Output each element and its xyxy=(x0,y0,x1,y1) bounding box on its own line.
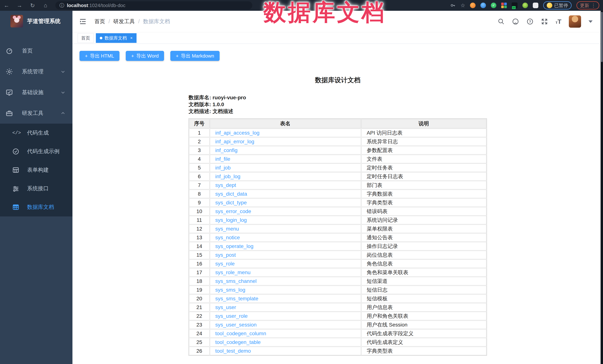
sidebar-item-system-api[interactable]: 系统接口 xyxy=(0,179,72,198)
paused-extension-pill[interactable]: 已暂停 xyxy=(543,1,572,10)
browser-forward-icon[interactable]: → xyxy=(13,2,26,9)
extension-on-badge-icon[interactable]: on xyxy=(512,2,518,8)
browser-update-button[interactable]: 更新 ⋮ xyxy=(576,1,599,10)
table-name-link[interactable]: sys_user xyxy=(215,304,236,310)
table-row: 12sys_menu菜单权限表 xyxy=(189,225,486,233)
password-key-icon[interactable] xyxy=(450,3,456,8)
bookmark-star-icon[interactable]: ☆ xyxy=(461,2,465,9)
page-scrollbar[interactable] xyxy=(601,11,603,364)
export-html-button[interactable]: + 导出 HTML xyxy=(80,51,119,61)
sidebar: 芋道管理系统 首页 系统管理 基础设施 研发工具 xyxy=(0,11,72,364)
row-table-name: inf_config xyxy=(210,146,361,154)
extension-grid-icon[interactable] xyxy=(501,3,507,8)
breadcrumb-home[interactable]: 首页 xyxy=(94,18,105,25)
github-icon[interactable] xyxy=(512,18,519,25)
app-logo-row[interactable]: 芋道管理系统 xyxy=(0,11,72,32)
row-number: 2 xyxy=(189,137,209,146)
sidebar-item-home[interactable]: 首页 xyxy=(0,41,72,61)
shield-check-icon xyxy=(12,148,23,155)
table-name-link[interactable]: sys_notice xyxy=(215,235,240,240)
table-name-link[interactable]: sys_role xyxy=(215,261,235,266)
row-table-name: inf_api_access_log xyxy=(210,129,361,137)
table-name-link[interactable]: sys_sms_log xyxy=(215,287,245,293)
row-table-name: tool_test_demo xyxy=(210,347,361,355)
row-table-name: sys_operate_log xyxy=(210,242,361,250)
table-row: 2inf_api_error_log系统异常日志 xyxy=(189,137,486,146)
sidebar-item-codegen-demo[interactable]: 代码生成示例 xyxy=(0,142,72,161)
table-name-link[interactable]: sys_sms_channel xyxy=(215,278,257,284)
font-size-icon[interactable]: тT xyxy=(556,18,561,25)
extension-leaf-icon[interactable] xyxy=(522,3,528,8)
table-name-link[interactable]: sys_post xyxy=(215,252,236,258)
row-number: 24 xyxy=(189,329,209,338)
row-number: 18 xyxy=(189,277,209,285)
search-icon[interactable] xyxy=(498,18,505,25)
tag-close-icon[interactable]: × xyxy=(130,36,133,41)
table-name-link[interactable]: tool_codegen_table xyxy=(215,339,261,345)
table-name-link[interactable]: sys_error_code xyxy=(215,209,251,214)
row-description: 操作日志记录 xyxy=(361,242,486,250)
table-name-link[interactable]: sys_sms_template xyxy=(215,296,258,301)
tag-db-doc-active[interactable]: 数据库文档 × xyxy=(96,33,137,43)
row-description: 用户在线 Session xyxy=(361,320,486,329)
table-name-link[interactable]: inf_job xyxy=(215,165,231,171)
table-name-link[interactable]: sys_dept xyxy=(215,182,236,188)
export-markdown-button[interactable]: + 导出 Markdown xyxy=(170,51,219,61)
table-name-link[interactable]: inf_api_access_log xyxy=(215,130,259,136)
row-number: 14 xyxy=(189,242,209,250)
address-bar[interactable]: ⓘ localhost :1024/tool/db-doc xyxy=(55,1,252,10)
table-name-link[interactable]: sys_dict_type xyxy=(215,200,247,206)
browser-back-icon[interactable]: ← xyxy=(0,2,13,9)
table-name-link[interactable]: inf_job_log xyxy=(215,174,240,179)
chevron-up-icon xyxy=(60,111,67,116)
button-label: 导出 Markdown xyxy=(181,53,214,59)
table-row: 24tool_codegen_column代码生成表字段定义 xyxy=(189,329,486,338)
table-name-link[interactable]: inf_file xyxy=(215,156,230,162)
table-name-link[interactable]: sys_operate_log xyxy=(215,243,253,249)
table-name-link[interactable]: sys_role_menu xyxy=(215,270,251,275)
row-table-name: tool_codegen_table xyxy=(210,338,361,346)
browser-reload-icon[interactable]: ↻ xyxy=(26,2,39,9)
table-name-link[interactable]: tool_test_demo xyxy=(215,348,251,354)
monitor-icon xyxy=(6,89,17,96)
extension-orange-icon[interactable] xyxy=(470,3,475,8)
table-name-link[interactable]: sys_user_session xyxy=(215,322,257,328)
table-name-link[interactable]: tool_codegen_column xyxy=(215,331,266,336)
row-table-name: sys_user_session xyxy=(210,320,361,329)
tag-home[interactable]: 首页 xyxy=(78,33,94,43)
extension-puzzle-icon[interactable] xyxy=(533,3,538,8)
main-content: + 导出 HTML + 导出 Word + 导出 Markdown 数据库设计文… xyxy=(72,44,603,364)
user-avatar[interactable] xyxy=(569,15,581,28)
user-menu-caret-icon[interactable] xyxy=(589,21,592,23)
scrollbar-thumb[interactable] xyxy=(601,12,603,62)
table-name-link[interactable]: inf_config xyxy=(215,147,238,153)
site-info-icon[interactable]: ⓘ xyxy=(59,2,64,9)
extension-check-icon[interactable]: ✓ xyxy=(491,3,496,8)
row-number: 3 xyxy=(189,146,209,154)
table-name-link[interactable]: sys_menu xyxy=(215,226,239,232)
table-row: 4inf_file文件表 xyxy=(189,155,486,163)
app-title: 芋道管理系统 xyxy=(27,17,60,25)
help-icon[interactable]: ? xyxy=(526,18,533,25)
sidebar-item-db-doc[interactable]: 数据库文档 xyxy=(0,198,72,216)
fullscreen-icon[interactable] xyxy=(541,18,548,25)
sidebar-item-infra[interactable]: 基础设施 xyxy=(0,82,72,103)
header-num: 序号 xyxy=(189,119,209,128)
row-number: 8 xyxy=(189,190,209,198)
browser-home-icon[interactable]: ⌂ xyxy=(39,2,52,9)
table-name-link[interactable]: sys_login_log xyxy=(215,217,247,223)
table-row: 16sys_role角色信息表 xyxy=(189,260,486,268)
sidebar-item-form-builder[interactable]: 表单构建 xyxy=(0,161,72,179)
sidebar-collapse-icon[interactable] xyxy=(79,18,87,25)
extension-pin-icon[interactable] xyxy=(480,3,486,8)
table-row: 15sys_post岗位信息表 xyxy=(189,251,486,259)
table-name-link[interactable]: inf_api_error_log xyxy=(215,139,254,144)
sidebar-item-codegen[interactable]: </> 代码生成 xyxy=(0,124,72,142)
row-number: 22 xyxy=(189,312,209,320)
table-name-link[interactable]: sys_dict_data xyxy=(215,191,247,197)
sidebar-item-devtools[interactable]: 研发工具 xyxy=(0,103,72,124)
table-name-link[interactable]: sys_user_role xyxy=(215,313,248,319)
browser-menu-kebab-icon[interactable]: ⋮ xyxy=(591,3,596,8)
export-word-button[interactable]: + 导出 Word xyxy=(126,51,164,61)
sidebar-item-system[interactable]: 系统管理 xyxy=(0,61,72,82)
